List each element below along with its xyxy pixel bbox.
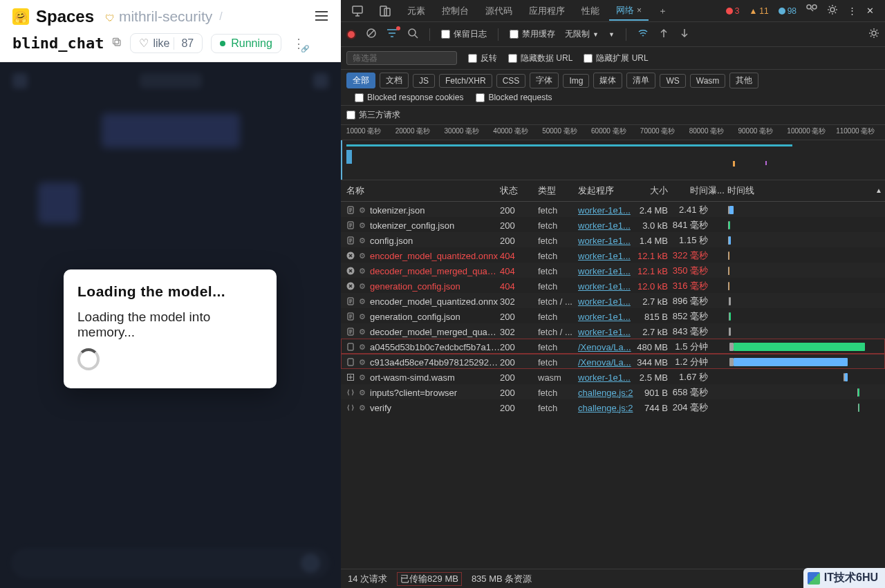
device-icon[interactable] <box>373 3 398 19</box>
initiator-link[interactable]: worker-1e1... <box>578 281 633 292</box>
info-count[interactable]: 98 <box>779 6 796 16</box>
status-pill[interactable]: Running <box>211 34 281 53</box>
initiator-link[interactable]: worker-1e1... <box>578 327 633 337</box>
filter-chip[interactable]: JS <box>413 74 435 88</box>
warning-count[interactable]: ▲11 <box>749 6 768 16</box>
hamburger-icon[interactable] <box>315 9 328 25</box>
sort-icon[interactable]: ▲ <box>870 184 882 197</box>
timeline-overview[interactable] <box>341 140 885 180</box>
col-name[interactable]: 名称 <box>346 184 500 197</box>
spaces-brand[interactable]: Spaces <box>36 7 94 26</box>
tab-application[interactable]: 应用程序 <box>522 2 572 20</box>
resource-size: 2.4 MB <box>633 205 668 216</box>
svg-rect-21 <box>348 359 353 366</box>
error-count[interactable]: 3 <box>726 6 740 16</box>
filter-toggle-icon[interactable] <box>386 28 398 41</box>
more-menu-icon[interactable]: ⋮ <box>292 36 305 51</box>
tab-sources[interactable]: 源代码 <box>478 2 519 20</box>
initiator-link[interactable]: /Xenova/La... <box>578 357 633 368</box>
col-priority[interactable]: 瀑... <box>708 184 727 197</box>
timeline-ruler[interactable]: 10000 毫秒20000 毫秒30000 毫秒40000 毫秒50000 毫秒… <box>341 125 885 140</box>
record-icon[interactable] <box>346 30 356 39</box>
kebab-icon[interactable]: ⋮ <box>848 6 857 16</box>
close-icon[interactable]: × <box>637 6 642 15</box>
col-size[interactable]: 大小 <box>633 184 668 197</box>
filter-chip[interactable]: 字体 <box>530 73 559 88</box>
filter-chip[interactable]: 全部 <box>346 73 375 88</box>
table-row[interactable]: ⚙tokenizer.json200fetchworker-1e1...2.4 … <box>341 202 885 217</box>
filter-chip[interactable]: 文档 <box>380 73 409 88</box>
table-row[interactable]: ⚙decoder_model_merged_quanti...404fetchw… <box>341 263 885 278</box>
like-button[interactable]: ♡ like 87 <box>130 33 203 53</box>
like-count: 87 <box>174 37 194 50</box>
col-waterfall[interactable]: 时间线 <box>727 184 870 197</box>
third-party-checkbox[interactable]: 第三方请求 <box>346 109 400 121</box>
gear-icon[interactable] <box>827 4 838 17</box>
resource-time: 658 毫秒 <box>668 386 708 399</box>
initiator-link[interactable]: worker-1e1... <box>578 251 633 261</box>
hide-ext-url-checkbox[interactable]: 隐藏扩展 URL <box>584 53 648 64</box>
initiator-link[interactable]: worker-1e1... <box>578 205 633 216</box>
table-row[interactable]: ⚙generation_config.json404fetchworker-1e… <box>341 278 885 293</box>
table-row[interactable]: ⚙decoder_model_merged_quanti...302fetch … <box>341 323 885 339</box>
col-type[interactable]: 类型 <box>538 184 578 197</box>
col-status[interactable]: 状态 <box>500 184 538 197</box>
throttle-apply-icon[interactable]: ▼ <box>608 31 615 38</box>
table-row[interactable]: ⚙encoder_model_quantized.onnx302fetch / … <box>341 293 885 308</box>
table-row[interactable]: ⚙tokenizer_config.json200fetchworker-1e1… <box>341 217 885 232</box>
filter-chip[interactable]: Fetch/XHR <box>439 74 492 88</box>
initiator-link[interactable]: /Xenova/La... <box>578 342 633 352</box>
download-icon[interactable] <box>679 28 690 41</box>
tab-performance[interactable]: 性能 <box>575 2 606 20</box>
copy-icon[interactable] <box>112 37 122 49</box>
org-badge[interactable]: 🛡 mithril-security <box>105 8 212 25</box>
filter-chip[interactable]: 媒体 <box>593 73 622 88</box>
tab-elements[interactable]: 元素 <box>400 2 432 20</box>
hide-data-url-checkbox[interactable]: 隐藏数据 URL <box>508 53 572 64</box>
initiator-link[interactable]: worker-1e1... <box>578 220 633 231</box>
col-time[interactable]: 时间 <box>668 184 708 197</box>
table-row[interactable]: ⚙inputs?client=browser200fetchchallenge.… <box>341 384 885 399</box>
filter-chip[interactable]: Wasm <box>690 74 726 88</box>
preserve-log-checkbox[interactable]: 保留日志 <box>441 28 487 40</box>
blocked_cookies-checkbox[interactable]: Blocked response cookies <box>355 93 463 102</box>
space-name[interactable]: blind_chat <box>12 35 104 52</box>
initiator-link[interactable]: challenge.js:2 <box>578 403 633 413</box>
table-row[interactable]: ⚙generation_config.json200fetchworker-1e… <box>341 308 885 323</box>
clear-icon[interactable] <box>366 28 377 41</box>
upload-icon[interactable] <box>658 28 669 41</box>
initiator-link[interactable]: challenge.js:2 <box>578 388 633 398</box>
tab-console[interactable]: 控制台 <box>435 2 476 20</box>
initiator-link[interactable]: worker-1e1... <box>578 266 633 276</box>
blocked_requests-checkbox[interactable]: Blocked requests <box>476 93 552 102</box>
disable-cache-checkbox[interactable]: 禁用缓存 <box>510 28 555 40</box>
close-devtools-icon[interactable]: ✕ <box>866 6 874 16</box>
table-row[interactable]: ⚙a0455d53b1b0c7edcbcf5b7a17...200fetch/X… <box>341 339 885 354</box>
table-row[interactable]: ⚙verify200fetchchallenge.js:2744 B204 毫秒 <box>341 399 885 415</box>
tab-network[interactable]: 网络 × <box>609 1 649 21</box>
initiator-link[interactable]: worker-1e1... <box>578 296 633 307</box>
network-table[interactable]: ⚙tokenizer.json200fetchworker-1e1...2.4 … <box>341 202 885 569</box>
filter-chip[interactable]: WS <box>660 74 685 88</box>
col-initiator[interactable]: 发起程序 <box>578 184 633 197</box>
table-row[interactable]: ⚙ort-wasm-simd.wasm200wasmworker-1e1...2… <box>341 369 885 384</box>
table-row[interactable]: ⚙encoder_model_quantized.onnx404fetchwor… <box>341 247 885 263</box>
initiator-link[interactable]: worker-1e1... <box>578 236 633 246</box>
throttle-select[interactable]: 无限制▼ <box>565 28 599 40</box>
filter-chip[interactable]: CSS <box>496 74 526 88</box>
filter-chip[interactable]: 其他 <box>729 73 758 88</box>
table-row[interactable]: ⚙config.json200fetchworker-1e1...1.4 MB1… <box>341 232 885 247</box>
filter-input[interactable] <box>346 51 457 65</box>
wifi-icon[interactable] <box>637 28 649 41</box>
invert-checkbox[interactable]: 反转 <box>468 53 497 64</box>
table-row[interactable]: ⚙c913a4d58ce74bb97812529266...200fetch/X… <box>341 354 885 369</box>
add-tab-icon[interactable]: ＋ <box>651 2 674 20</box>
filter-chip[interactable]: 清单 <box>626 73 655 88</box>
inspect-icon[interactable] <box>345 3 370 19</box>
dock-icon[interactable] <box>806 4 817 17</box>
filter-chip[interactable]: Img <box>563 74 589 88</box>
settings-icon[interactable] <box>868 28 879 41</box>
search-icon[interactable] <box>407 28 418 41</box>
initiator-link[interactable]: worker-1e1... <box>578 312 633 322</box>
initiator-link[interactable]: worker-1e1... <box>578 372 633 383</box>
